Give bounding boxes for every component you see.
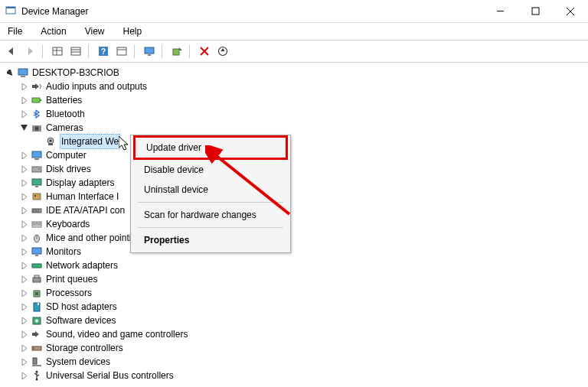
device-category-icon xyxy=(31,301,43,313)
window-title: Device Manager xyxy=(21,6,482,17)
expand-toggle[interactable] xyxy=(18,177,29,188)
context-uninstall-device[interactable]: Uninstall device xyxy=(133,180,288,200)
tree-item-label: Audio inputs and outputs xyxy=(46,80,147,93)
svg-rect-33 xyxy=(32,98,40,102)
expand-toggle[interactable] xyxy=(18,109,29,119)
device-category-icon xyxy=(31,356,43,368)
menu-view[interactable]: View xyxy=(80,24,109,38)
tree-item[interactable]: Cameras xyxy=(5,121,583,135)
tree-root[interactable]: DESKTOP-B3CRIOB xyxy=(5,66,583,80)
tree-item[interactable]: Audio inputs and outputs xyxy=(5,80,583,93)
uninstall-icon[interactable] xyxy=(196,43,213,60)
svg-marker-26 xyxy=(7,70,14,76)
close-button[interactable] xyxy=(553,0,588,23)
context-update-driver[interactable]: Update driver xyxy=(136,138,286,158)
device-category-icon xyxy=(31,80,43,93)
monitor-icon[interactable] xyxy=(141,43,158,60)
back-button[interactable] xyxy=(3,43,20,60)
annotation-highlight: Update driver xyxy=(133,135,288,160)
minimize-button[interactable] xyxy=(482,0,518,23)
help-icon[interactable]: ? xyxy=(95,43,112,60)
svg-marker-75 xyxy=(22,290,27,297)
expand-toggle[interactable] xyxy=(18,81,29,92)
tree-item[interactable]: Mice and other pointing devices xyxy=(5,231,583,245)
forward-button[interactable] xyxy=(21,43,38,60)
tree-item-label: Universal Serial Bus controllers xyxy=(46,369,174,382)
expand-toggle[interactable] xyxy=(18,274,29,285)
tree-item[interactable]: Storage controllers xyxy=(5,341,583,355)
expand-toggle[interactable] xyxy=(18,288,29,298)
tree-item-label: Processors xyxy=(46,286,92,300)
tree-item[interactable]: Sound, video and game controllers xyxy=(5,327,583,341)
expand-toggle[interactable] xyxy=(18,219,29,229)
tree-item-label: Display adapters xyxy=(46,176,114,190)
svg-marker-86 xyxy=(35,331,39,337)
properties-icon[interactable] xyxy=(113,43,130,60)
update-driver-icon[interactable] xyxy=(214,43,231,60)
expand-toggle[interactable] xyxy=(18,122,29,133)
svg-marker-6 xyxy=(8,47,13,55)
tree-item[interactable]: Processors xyxy=(5,286,583,300)
tree-item[interactable]: Software devices xyxy=(5,314,583,327)
tree-item-label: IDE ATA/ATAPI con xyxy=(46,203,125,217)
tree-item[interactable]: Batteries xyxy=(5,93,583,107)
device-category-icon xyxy=(31,122,43,134)
tree-item[interactable]: Monitors xyxy=(5,245,583,259)
list-icon[interactable] xyxy=(67,43,84,60)
svg-marker-66 xyxy=(22,249,27,255)
svg-rect-92 xyxy=(32,365,41,366)
context-separator xyxy=(138,202,283,203)
tree-item[interactable]: IDE ATA/ATAPI con xyxy=(5,203,583,217)
context-properties[interactable]: Properties xyxy=(133,230,288,250)
expand-toggle[interactable] xyxy=(18,343,29,353)
tree-item[interactable]: Network adapters xyxy=(5,259,583,272)
expand-toggle[interactable] xyxy=(18,260,29,271)
expand-toggle[interactable] xyxy=(18,329,29,340)
expand-toggle[interactable] xyxy=(18,315,29,326)
toolbar: ? xyxy=(0,40,588,63)
show-hidden-icon[interactable] xyxy=(49,43,66,60)
svg-marker-25 xyxy=(221,48,225,51)
expand-toggle[interactable] xyxy=(18,150,29,161)
svg-marker-29 xyxy=(22,83,27,90)
tree-item[interactable]: Computer xyxy=(5,148,583,162)
expand-toggle[interactable] xyxy=(18,191,29,202)
svg-point-47 xyxy=(38,168,40,170)
expand-toggle[interactable] xyxy=(18,205,29,216)
maximize-button[interactable] xyxy=(518,0,553,23)
device-category-icon xyxy=(31,259,43,272)
menu-action[interactable]: Action xyxy=(36,24,70,38)
tree-item[interactable]: Display adapters xyxy=(5,176,583,190)
tree-item-camera-device[interactable]: Integrated We xyxy=(5,135,583,148)
menu-file[interactable]: File xyxy=(3,24,27,38)
expand-toggle[interactable] xyxy=(18,164,29,174)
tree-item[interactable]: Human Interface I xyxy=(5,190,583,203)
tree-item[interactable]: System devices xyxy=(5,355,583,369)
expand-toggle[interactable] xyxy=(5,67,15,78)
svg-rect-46 xyxy=(32,167,41,172)
tree-item[interactable]: Keyboards xyxy=(5,217,583,231)
svg-marker-7 xyxy=(28,47,33,55)
tree-item[interactable]: Universal Serial Bus controllers xyxy=(5,369,583,382)
expand-toggle[interactable] xyxy=(18,370,29,381)
expand-toggle[interactable] xyxy=(18,356,29,367)
svg-rect-52 xyxy=(33,194,41,200)
menu-help[interactable]: Help xyxy=(119,24,147,38)
svg-rect-18 xyxy=(145,47,154,54)
svg-text:?: ? xyxy=(101,47,106,56)
tree-item[interactable]: Bluetooth xyxy=(5,107,583,121)
device-category-icon xyxy=(31,190,43,203)
expand-toggle[interactable] xyxy=(18,95,29,106)
svg-rect-11 xyxy=(71,47,80,55)
expand-toggle[interactable] xyxy=(18,233,29,243)
tree-item[interactable]: SD host adapters xyxy=(5,300,583,314)
tree-item[interactable]: Disk drives xyxy=(5,162,583,176)
expand-toggle[interactable] xyxy=(18,301,29,312)
svg-point-71 xyxy=(39,265,41,267)
expand-toggle[interactable] xyxy=(18,246,29,257)
context-scan-hardware[interactable]: Scan for hardware changes xyxy=(133,205,288,225)
context-disable-device[interactable]: Disable device xyxy=(133,160,288,180)
tree-item[interactable]: Print queues xyxy=(5,272,583,286)
scan-hardware-icon[interactable] xyxy=(168,43,185,60)
tree-item-label: SD host adapters xyxy=(46,300,117,314)
